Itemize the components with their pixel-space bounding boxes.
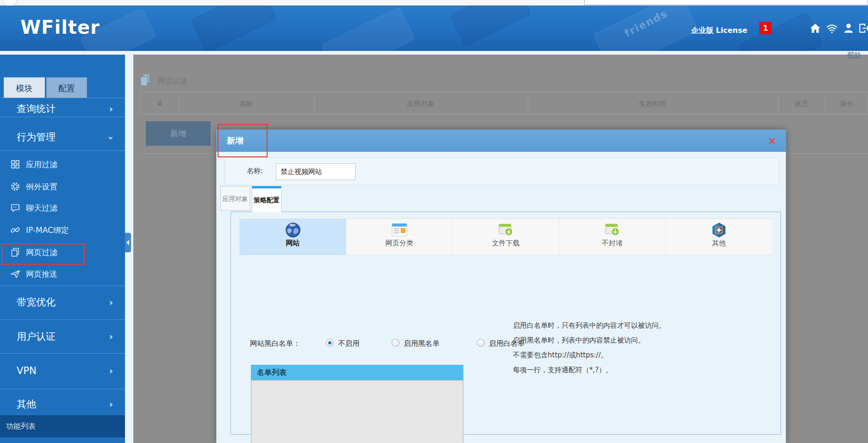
policy-type-web-category[interactable]: 网页分类 (346, 219, 453, 255)
app-header: friends WFilter 企业版 License 1 (0, 6, 868, 51)
chat-bubble-icon (10, 203, 20, 213)
wfilter-logo: WFilter (20, 17, 100, 38)
section-label: 用户认证 (17, 331, 56, 342)
sidebar-section-behavior[interactable]: 行为管理 › (0, 128, 125, 146)
browser-strip (0, 0, 868, 6)
sidebar-section-user-auth[interactable]: 用户认证 › (0, 327, 125, 346)
notification-badge[interactable]: 1 (759, 22, 772, 34)
col-header-target: 应用对象 (314, 92, 528, 115)
keycap-decoration (321, 6, 416, 51)
collapse-arrow-icon (126, 240, 129, 245)
sidebar-item-app-filter[interactable]: 应用过滤 (0, 156, 125, 172)
policy-table-header: # 名称 应用对象 生效时间 状态 操作 (140, 92, 868, 115)
policy-type-strip: 网站 网页分类 (239, 218, 772, 255)
help-text-line: 不需要包含http://或https://。 (513, 351, 608, 361)
annotation-box-web-filter (1, 243, 85, 265)
sidebar-footer-feature-list[interactable]: 功能列表 (0, 415, 125, 437)
annotation-box-add (218, 124, 268, 157)
wifi-icon[interactable] (826, 22, 838, 34)
policy-type-other[interactable]: 其他 (666, 219, 772, 255)
globe-icon (285, 222, 301, 238)
keycap-decoration (450, 6, 531, 47)
chevron-right-icon: › (109, 293, 113, 312)
policy-type-label: 其他 (666, 239, 772, 248)
section-label: 其他 (17, 399, 36, 410)
download-window-icon (604, 222, 621, 238)
policy-type-label: 网站 (240, 239, 346, 248)
item-label: 应用过滤 (26, 160, 57, 169)
radio-label-disabled[interactable]: 不启用 (338, 339, 360, 349)
page-title: 网页过滤 (157, 76, 187, 86)
col-header-name: 名称 (179, 92, 314, 115)
sidebar-collapse-handle[interactable] (125, 233, 131, 252)
add-button-disabled: 新增 (146, 121, 211, 146)
user-icon[interactable] (843, 22, 855, 34)
name-label: 名称: (247, 167, 263, 175)
dialog-header[interactable]: 新增 × (216, 130, 786, 152)
help-text-line: 每项一行，支持通配符（*,?）。 (513, 366, 612, 376)
tab-policy-config[interactable]: 策略配置 (252, 186, 281, 212)
col-header-index: # (141, 92, 179, 115)
blacklist-mode-row: 网站黑白名单： 不启用 启用黑名单 启用白名单 (250, 338, 759, 349)
dialog-body: 名称: 应用对象 策略配置 网站 (216, 152, 786, 443)
policy-type-label: 网页分类 (346, 239, 452, 248)
section-label: 查询统计 (17, 103, 56, 114)
policy-type-label: 不封堵 (559, 239, 665, 248)
chevron-right-icon: › (109, 100, 113, 118)
blacklist-mode-label: 网站黑白名单： (250, 339, 300, 349)
name-input[interactable] (276, 163, 356, 180)
sidebar-item-ip-mac-binding[interactable]: IP-MAC绑定 (0, 222, 125, 238)
paper-plane-icon (10, 269, 20, 279)
section-label: 带宽优化 (17, 297, 56, 308)
radio-blacklist[interactable] (392, 339, 400, 347)
sidebar-section-vpn[interactable]: VPN › (0, 362, 125, 380)
help-text-line: 启用黑名单时，列表中的内容禁止被访问。 (513, 336, 645, 346)
tab-apply-target[interactable]: 应用对象 (220, 186, 250, 211)
close-icon[interactable]: × (766, 135, 778, 147)
col-header-status: 状态 (778, 92, 825, 115)
hexagon-plus-icon (711, 222, 727, 238)
radio-whitelist[interactable] (477, 339, 485, 347)
sidebar-tab-modules[interactable]: 模块 (4, 77, 45, 98)
sidebar-item-chat-filter[interactable]: 聊天过滤 (0, 200, 125, 216)
sidebar-tab-config[interactable]: 配置 (46, 77, 87, 98)
wfilter-app: friends WFilter 企业版 License 1 (0, 0, 868, 443)
logout-icon[interactable] (858, 22, 868, 34)
sidebar-section-bandwidth[interactable]: 带宽优化 › (0, 293, 125, 312)
keycap-decoration (190, 6, 277, 51)
sidebar-section-query-stats[interactable]: 查询统计 › (0, 100, 125, 118)
chevron-right-icon: › (109, 362, 113, 380)
add-policy-dialog: 新增 × 名称: 应用对象 策略配置 (216, 130, 786, 443)
radio-disabled[interactable] (326, 339, 334, 347)
license-label: 企业版 License (691, 26, 747, 36)
radio-label-blacklist[interactable]: 启用黑名单 (404, 339, 440, 349)
home-icon[interactable] (809, 22, 821, 34)
sidebar-section-other[interactable]: 其他 › (0, 395, 125, 413)
webpage-icon (391, 222, 408, 238)
name-section: 名称: (225, 157, 779, 185)
item-label: 网页推送 (26, 269, 57, 279)
app-grid-icon (10, 159, 20, 169)
policy-config-panel: 网站 网页分类 (231, 212, 781, 435)
policy-type-file-download[interactable]: 文件下载 (453, 219, 559, 255)
sidebar-item-web-push[interactable]: 网页推送 (0, 266, 125, 282)
section-label: 行为管理 (17, 131, 56, 143)
item-label: 例外设置 (26, 182, 57, 191)
policy-type-label: 文件下载 (453, 239, 559, 248)
chevron-down-icon: › (102, 136, 120, 140)
col-header-actions: 操作 (825, 92, 868, 115)
section-label: VPN (17, 365, 37, 376)
item-label: IP-MAC绑定 (26, 225, 69, 235)
sidebar-item-exceptions[interactable]: 例外设置 (0, 179, 125, 194)
url-list-textarea[interactable] (251, 380, 463, 443)
page-title-doc-icon (139, 73, 152, 87)
policy-type-no-block[interactable]: 不封堵 (559, 219, 666, 255)
browser-url-bar (584, 0, 868, 5)
chevron-right-icon: › (109, 327, 113, 346)
link-icon (10, 225, 20, 235)
list-header-bar: 名单列表 (251, 365, 463, 380)
item-label: 聊天过滤 (26, 203, 57, 212)
help-link[interactable]: 帮助 (847, 51, 861, 60)
help-text-line: 启用白名单时，只有列表中的内容才可以被访问。 (513, 321, 666, 331)
policy-type-website[interactable]: 网站 (240, 219, 346, 255)
